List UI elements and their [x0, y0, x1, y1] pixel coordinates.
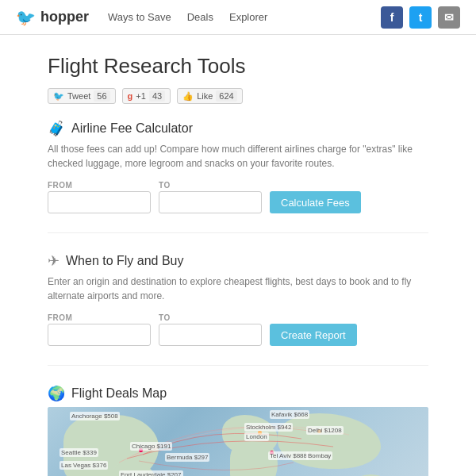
tweet-label: Tweet	[67, 91, 90, 101]
tweet-button[interactable]: 🐦 Tweet 56	[48, 88, 116, 104]
when-to-fly-to-label: TO	[159, 313, 262, 322]
gplus-button[interactable]: g +1 43	[122, 88, 171, 104]
logo-text: hopper	[40, 9, 89, 25]
calculate-fees-button[interactable]: Calculate Fees	[270, 191, 361, 213]
when-to-fly-section: ✈ When to Fly and Buy Enter an origin an…	[48, 252, 428, 366]
map-label-telaviv: Tel Aviv $888	[268, 451, 309, 460]
nav-deals[interactable]: Deals	[187, 11, 213, 23]
when-to-fly-from-group: FROM	[48, 313, 151, 346]
map-label-fortlauderdale: Fort Lauderdale $207	[119, 470, 183, 476]
when-to-fly-header: ✈ When to Fly and Buy	[48, 252, 428, 270]
airline-fee-section: 🧳 Airline Fee Calculator All those fees …	[48, 120, 428, 233]
when-to-fly-from-input[interactable]	[48, 324, 151, 346]
airline-fee-from-group: FROM	[48, 181, 151, 213]
when-to-fly-icon: ✈	[48, 252, 60, 270]
airline-fee-form: FROM TO Calculate Fees	[48, 180, 428, 213]
when-to-fly-desc: Enter an origin and destination to explo…	[48, 274, 428, 303]
gplus-count: 43	[149, 90, 165, 102]
map-label-chicago: Chicago $191	[130, 442, 172, 451]
flight-deals-map: Anchorage $508 Seattle $339 Las Vegas $3…	[48, 407, 428, 476]
navbar-nav: Ways to Save Deals Explorer	[108, 11, 381, 23]
map-label-delhi: Delhi $1208	[306, 426, 344, 435]
airline-fee-to-group: TO	[159, 181, 262, 213]
map-label-kafavik: Kafavik $668	[270, 410, 309, 419]
email-social-button[interactable]: ✉	[438, 6, 460, 29]
navbar: 🐦 hopper Ways to Save Deals Explorer f t…	[0, 0, 476, 35]
map-label-london: London	[244, 432, 269, 441]
airline-fee-title: Airline Fee Calculator	[71, 121, 193, 136]
map-label-anchorage: Anchorage $508	[70, 412, 120, 420]
logo-bird-icon: 🐦	[16, 8, 36, 27]
airline-fee-from-label: FROM	[48, 181, 151, 190]
like-button[interactable]: 👍 Like 624	[177, 88, 243, 104]
airline-fee-from-input[interactable]	[48, 191, 151, 213]
nav-ways-to-save[interactable]: Ways to Save	[108, 11, 171, 23]
when-to-fly-title: When to Fly and Buy	[66, 254, 184, 268]
facebook-social-button[interactable]: f	[381, 6, 403, 29]
flight-deals-map-title: Flight Deals Map	[71, 386, 167, 401]
flight-deals-map-header: 🌍 Flight Deals Map	[48, 385, 428, 402]
nav-explorer[interactable]: Explorer	[229, 11, 267, 23]
flight-deals-map-section: 🌍 Flight Deals Map	[48, 385, 428, 476]
social-bar: 🐦 Tweet 56 g +1 43 👍 Like 624	[48, 88, 428, 104]
when-to-fly-to-group: TO	[159, 313, 262, 346]
when-to-fly-form: FROM TO Create Report	[48, 313, 428, 346]
gplus-label: +1	[136, 91, 146, 101]
airline-fee-icon: 🧳	[48, 120, 65, 137]
map-label-seattle: Seattle $339	[60, 448, 98, 457]
logo[interactable]: 🐦 hopper	[16, 8, 89, 27]
like-fb-icon: 👍	[182, 91, 194, 102]
map-label-bermuda: Bermuda $297	[165, 453, 209, 462]
flight-deals-map-icon: 🌍	[48, 385, 65, 402]
airline-fee-desc: All those fees can add up! Compare how m…	[48, 142, 428, 171]
airline-fee-to-label: TO	[159, 181, 262, 190]
map-label-stockholm: Stockholm $942	[244, 423, 293, 432]
when-to-fly-to-input[interactable]	[159, 324, 262, 346]
map-background: Anchorage $508 Seattle $339 Las Vegas $3…	[48, 407, 428, 476]
tweet-count: 56	[94, 90, 109, 102]
map-label-lasvegas: Las Vegas $376	[60, 461, 108, 470]
page-title: Flight Research Tools	[48, 54, 428, 79]
airline-fee-header: 🧳 Airline Fee Calculator	[48, 120, 428, 137]
when-to-fly-from-label: FROM	[48, 313, 151, 322]
gplus-icon: g	[128, 91, 133, 101]
map-label-bombay: Bombay	[306, 451, 332, 460]
airline-fee-to-input[interactable]	[159, 191, 262, 213]
main-content: Flight Research Tools 🐦 Tweet 56 g +1 43…	[0, 35, 476, 476]
like-label: Like	[197, 91, 213, 101]
like-count: 624	[216, 90, 236, 102]
create-report-button[interactable]: Create Report	[270, 324, 357, 346]
twitter-social-button[interactable]: t	[409, 6, 432, 29]
navbar-social: f t ✉	[381, 6, 460, 29]
twitter-icon: 🐦	[53, 91, 64, 102]
